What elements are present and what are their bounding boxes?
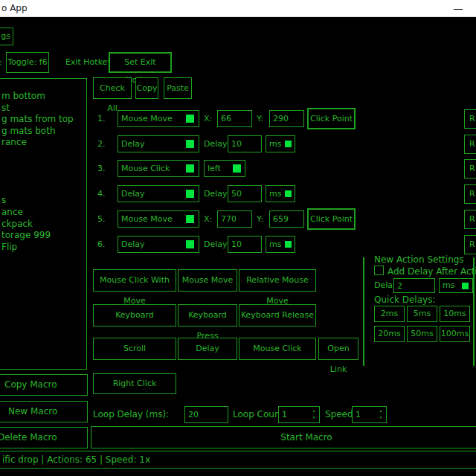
action-row-number: 1. — [97, 110, 106, 127]
unit-value: ms — [269, 239, 281, 249]
mouse-button-value: left — [208, 164, 221, 173]
speed-spinner[interactable]: 1 ▴ ▾ — [352, 406, 387, 423]
palette-mouse-click-with-move-button[interactable]: Mouse Click With Move — [93, 269, 176, 292]
quick-delay-10ms-button[interactable]: 10ms — [440, 306, 470, 322]
palette-keyboard-button[interactable]: Keyboard — [93, 304, 176, 327]
palette-mouse-click-button[interactable]: Mouse Click — [239, 338, 316, 360]
loop-delay-label: Loop Delay (ms): — [93, 406, 169, 423]
palette-relative-mouse-move-button[interactable]: Relative Mouse Move — [239, 269, 316, 292]
macro-list-item[interactable]: m bottom — [1, 91, 45, 102]
macro-list-item[interactable]: ance — [1, 207, 23, 218]
loop-count-spinner[interactable]: 1 ▴ ▾ — [278, 406, 320, 423]
settings-panel-left-border — [363, 257, 364, 366]
macro-list-item[interactable]: g mats from top — [1, 114, 74, 125]
delay-input[interactable] — [228, 185, 262, 202]
mouse-button-dropdown[interactable]: left — [204, 160, 245, 177]
macro-list-item[interactable]: st — [1, 103, 10, 114]
y-input[interactable] — [269, 210, 304, 228]
delay-input[interactable] — [228, 135, 262, 152]
check-all-button[interactable]: Check All — [93, 77, 132, 99]
action-type-dropdown[interactable]: Delay — [118, 236, 199, 253]
exit-hotkey-label: Exit Hotkey: — [65, 52, 115, 73]
action-type-dropdown[interactable]: Mouse Click — [118, 160, 199, 177]
palette-delay-button[interactable]: Delay — [178, 338, 237, 360]
dropdown-indicator-icon[interactable] — [186, 140, 194, 148]
new-macro-button[interactable]: New Macro — [0, 401, 88, 422]
tab-settings[interactable]: gs — [0, 28, 13, 45]
macro-list-item[interactable]: g mats both — [1, 126, 56, 137]
macro-list-item[interactable]: rance — [1, 137, 27, 148]
quick-delay-5ms-button[interactable]: 5ms — [407, 306, 437, 322]
spinner-down-icon[interactable]: ▾ — [313, 415, 315, 419]
set-exit-hotkey-button[interactable]: Set Exit Hotkey — [109, 52, 172, 73]
unit-dropdown[interactable]: ms — [266, 135, 295, 152]
macro-list-item[interactable]: s — [1, 195, 6, 206]
status-bar: ific drop | Actions: 65 | Speed: 1x — [0, 451, 476, 469]
dropdown-indicator-icon[interactable] — [285, 141, 292, 147]
palette-keyboard-press-button[interactable]: Keyboard Press — [178, 304, 237, 327]
settings-unit-dropdown[interactable]: ms — [439, 278, 473, 293]
click-point-button[interactable]: Click Point — [307, 108, 356, 129]
add-delay-checkbox[interactable] — [374, 266, 384, 275]
macro-list-item[interactable]: Flip — [1, 242, 17, 253]
toggle-hotkey-button[interactable]: Toggle: f6 — [6, 52, 49, 73]
action-type-dropdown[interactable]: Delay — [118, 135, 199, 152]
copy-macro-button[interactable]: Copy Macro — [0, 374, 88, 396]
spinner-arrows[interactable]: ▴ ▾ — [311, 408, 317, 422]
right-click-button[interactable]: Right Click — [93, 373, 176, 394]
unit-value: ms — [269, 139, 281, 149]
remove-action-button[interactable]: R — [464, 109, 476, 129]
dropdown-indicator-icon[interactable] — [186, 240, 194, 248]
unit-dropdown[interactable]: ms — [266, 185, 295, 202]
minimize-icon[interactable]: — — [451, 0, 466, 17]
y-input[interactable] — [269, 110, 304, 127]
palette-mouse-move-button[interactable]: Mouse Move — [178, 269, 237, 292]
action-type-dropdown[interactable]: Mouse Move — [118, 110, 199, 127]
spinner-arrows[interactable]: ▴ ▾ — [378, 408, 384, 422]
palette-open-link-button[interactable]: Open Link — [318, 338, 358, 360]
dropdown-indicator-icon[interactable] — [186, 164, 194, 173]
click-point-button[interactable]: Click Point — [307, 208, 356, 230]
remove-action-button[interactable]: R — [464, 184, 476, 204]
start-macro-button[interactable]: Start Macro — [91, 426, 476, 448]
action-row-number: 3. — [97, 160, 106, 177]
quick-delay-100ms-button[interactable]: 100ms — [440, 326, 470, 342]
remove-action-button[interactable]: R — [464, 210, 476, 229]
dropdown-indicator-icon[interactable] — [285, 241, 292, 248]
quick-delay-50ms-button[interactable]: 50ms — [407, 326, 437, 342]
remove-action-button[interactable]: R — [464, 159, 476, 178]
macro-list-item[interactable]: torage 999 — [1, 230, 51, 241]
remove-action-button[interactable]: R — [464, 235, 476, 254]
dropdown-indicator-icon[interactable] — [186, 115, 194, 123]
x-input[interactable] — [217, 110, 252, 127]
settings-delay-input[interactable] — [393, 278, 435, 293]
delay-label: Delay — [204, 135, 228, 152]
unit-dropdown[interactable]: ms — [266, 236, 295, 253]
palette-scroll-button[interactable]: Scroll — [93, 338, 176, 360]
delay-label: Delay — [204, 185, 228, 202]
remove-action-button[interactable]: R — [464, 135, 476, 154]
delay-input[interactable] — [228, 236, 262, 253]
dropdown-indicator-icon[interactable] — [285, 190, 292, 197]
action-type-dropdown[interactable]: Mouse Move — [118, 210, 199, 228]
macro-list-item[interactable]: ckpack — [1, 219, 33, 230]
dropdown-indicator-icon[interactable] — [186, 215, 194, 223]
spinner-up-icon[interactable]: ▴ — [313, 408, 315, 413]
delete-macro-button[interactable]: Delete Macro — [0, 427, 88, 448]
copy-button[interactable]: Copy — [135, 77, 158, 99]
loop-delay-input[interactable] — [184, 406, 228, 423]
quick-delay-20ms-button[interactable]: 20ms — [374, 326, 405, 342]
macro-list[interactable]: m bottom st g mats from top g mats both … — [0, 78, 87, 370]
quick-delay-2ms-button[interactable]: 2ms — [374, 306, 405, 322]
spinner-up-icon[interactable]: ▴ — [380, 408, 382, 413]
palette-keyboard-release-button[interactable]: Keyboard Release — [239, 304, 316, 327]
action-type-value: Delay — [121, 239, 145, 249]
dropdown-indicator-icon[interactable] — [186, 190, 194, 198]
paste-button[interactable]: Paste — [164, 77, 192, 99]
spinner-down-icon[interactable]: ▾ — [380, 415, 382, 419]
x-input[interactable] — [217, 210, 252, 228]
dropdown-indicator-icon[interactable] — [233, 164, 241, 173]
action-type-dropdown[interactable]: Delay — [118, 185, 199, 202]
action-row-number: 6. — [97, 236, 106, 253]
dropdown-indicator-icon[interactable] — [462, 283, 469, 289]
